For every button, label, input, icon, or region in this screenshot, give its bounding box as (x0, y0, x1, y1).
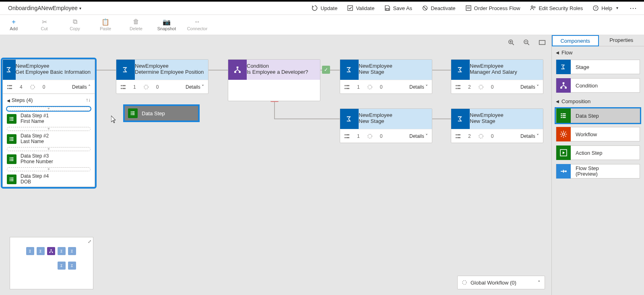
update-button[interactable]: Update (310, 3, 339, 13)
data-step-icon (556, 108, 571, 123)
details-toggle[interactable]: Details ˄ (72, 84, 91, 90)
details-toggle[interactable]: Details ˅ (409, 84, 428, 90)
svg-text:?: ? (595, 6, 597, 10)
condition-icon (556, 78, 571, 93)
details-toggle[interactable]: Details ˅ (409, 133, 428, 139)
fit-screen-button[interactable] (539, 39, 546, 46)
data-step-item[interactable]: Data Step #2Last Name (3, 132, 95, 146)
condition-icon (228, 60, 247, 80)
component-stage[interactable]: Stage (556, 60, 640, 74)
copy-button[interactable]: ⧉Copy (65, 18, 85, 31)
tab-components[interactable]: Components (552, 35, 599, 46)
data-step-item[interactable]: Data Step #1First Name (3, 112, 95, 126)
flow-step-icon (556, 164, 571, 179)
global-workflow-bar[interactable]: Global Workflow (0) ˄ (457, 276, 545, 289)
toolbar: ＋Add ✂Cut ⧉Copy 📋Paste 🗑Delete 📷Snapshot… (0, 15, 644, 35)
condition-node[interactable]: ConditionIs Employee a Developer? (228, 59, 320, 101)
component-workflow[interactable]: Workflow (556, 127, 640, 141)
stage-node-2[interactable]: NewEmployeeDetermine Employee Position 1… (116, 59, 208, 94)
component-action-step[interactable]: Action Step (556, 145, 640, 160)
validate-button[interactable]: Validate (345, 3, 376, 13)
zoom-out-button[interactable] (523, 39, 530, 46)
minimap-expand-icon[interactable]: ⤢ (88, 239, 91, 244)
condition-yes-gate: ✓ (322, 66, 330, 74)
component-data-step[interactable]: Data Step (556, 108, 640, 123)
chevron-down-icon: ▾ (79, 6, 81, 10)
stage-node-3[interactable]: NewEmployeeNew Stage 1 0 Details ˅ (340, 59, 432, 94)
details-toggle[interactable]: Details ˅ (520, 84, 539, 90)
svg-line-31 (423, 6, 427, 10)
zoom-in-button[interactable] (508, 39, 515, 46)
data-step-icon (7, 175, 17, 184)
svg-point-35 (531, 6, 533, 8)
stage-icon (3, 60, 16, 80)
stage-icon (451, 60, 470, 80)
stage-node-4[interactable]: NewEmployeeManager And Salary 2 0 Detail… (451, 59, 543, 94)
svg-rect-29 (386, 8, 389, 10)
data-step-icon (7, 114, 17, 124)
connector-button[interactable]: ↔Connector (188, 18, 207, 31)
action-step-icon (556, 145, 571, 160)
svg-point-36 (534, 6, 536, 8)
stage-icon (451, 109, 470, 129)
cursor-icon (111, 116, 117, 124)
data-step-icon (7, 134, 17, 144)
process-name: OnboardingANewEmployee (8, 5, 78, 11)
canvas[interactable]: ✓ ✕ NewEmployee Get Employee Basic Infor… (0, 35, 551, 295)
details-toggle[interactable]: Details ˅ (186, 84, 204, 90)
group-composition-header[interactable]: ◀Composition (552, 95, 644, 106)
order-process-flow-button[interactable]: Order Process Flow (464, 3, 522, 13)
stage-icon (340, 60, 359, 80)
stage-node-6[interactable]: NewEmployeeNew Stage 2 0 Details ˅ (451, 108, 543, 143)
tab-properties[interactable]: Properties (599, 35, 644, 46)
more-button[interactable]: ⋯ (626, 4, 641, 12)
save-as-button[interactable]: Save As (382, 3, 414, 13)
drag-ghost-data-step[interactable]: Data Step (123, 104, 200, 122)
components-panel: Components Properties ◀Flow Stage Condit… (551, 35, 644, 295)
deactivate-button[interactable]: Deactivate (420, 3, 457, 13)
edit-security-roles-button[interactable]: Edit Security Roles (528, 3, 584, 13)
stage-icon (556, 60, 571, 74)
help-button[interactable]: ?Help▾ (591, 3, 620, 13)
chevron-down-icon: ▾ (616, 6, 618, 10)
data-step-item[interactable]: Data Step #4DOB (3, 172, 95, 187)
details-toggle[interactable]: Details ˅ (520, 133, 539, 139)
stage-node-5[interactable]: NewEmployeeNew Stage 1 0 Details ˅ (340, 108, 432, 143)
add-button[interactable]: ＋Add (4, 18, 23, 31)
command-bar: OnboardingANewEmployee▾ Update Validate … (0, 2, 644, 15)
data-step-icon (7, 154, 17, 164)
component-condition[interactable]: Condition (556, 78, 640, 93)
reorder-arrows[interactable]: ↑↓ (86, 97, 91, 103)
snapshot-button[interactable]: 📷Snapshot (157, 18, 176, 31)
group-flow-header[interactable]: ◀Flow (552, 46, 644, 57)
stage-icon (116, 60, 135, 80)
stage-icon (340, 109, 359, 129)
data-step-icon (128, 108, 138, 118)
svg-rect-28 (348, 6, 353, 10)
cut-button[interactable]: ✂Cut (35, 18, 54, 31)
delete-button[interactable]: 🗑Delete (126, 18, 146, 31)
minimap[interactable]: ⤢ (10, 237, 93, 289)
chevron-up-icon: ˄ (538, 280, 541, 286)
workflow-icon (556, 127, 571, 141)
component-flow-step[interactable]: Flow Step(Preview) (556, 164, 640, 179)
stage-node-1[interactable]: NewEmployee Get Employee Basic Informati… (2, 59, 95, 187)
data-step-item[interactable]: Data Step #3Phone Number (3, 152, 95, 166)
process-name-dropdown[interactable]: OnboardingANewEmployee▾ (6, 2, 83, 14)
svg-rect-32 (466, 6, 471, 10)
paste-button[interactable]: 📋Paste (96, 18, 115, 31)
